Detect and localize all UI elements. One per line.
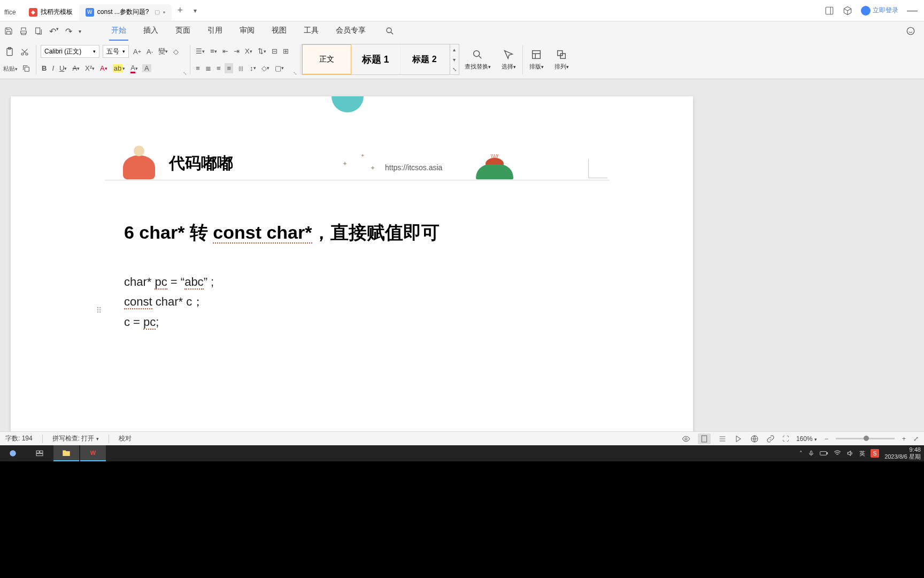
text-effect-button[interactable]: A▾	[99, 63, 109, 73]
tab-document-active[interactable]: W const ...参数问题? ▢ •	[79, 4, 172, 20]
qa-dropdown[interactable]: ▾	[79, 28, 81, 34]
expand-icon[interactable]: ⤢	[913, 435, 919, 443]
distribute-icon[interactable]: ⫼	[236, 63, 245, 73]
sort-icon[interactable]: ⇅▾	[257, 46, 267, 56]
word-count[interactable]: 字数: 194	[5, 434, 33, 443]
bullets-icon[interactable]: ☰▾	[195, 46, 206, 56]
drag-handle-icon[interactable]: ⠿	[96, 306, 101, 315]
indent-icon[interactable]: ⇥	[233, 46, 241, 56]
wps-taskbar-icon[interactable]: W	[80, 445, 106, 461]
line-spacing-icon[interactable]: ↕▾	[249, 63, 257, 73]
print-layout-icon[interactable]	[698, 434, 711, 444]
zoom-in-icon[interactable]: +	[902, 435, 906, 443]
align-center-icon[interactable]: ≣	[204, 63, 212, 73]
grow-font-icon[interactable]: A+	[132, 47, 142, 57]
redo-icon[interactable]: ↷	[65, 26, 72, 36]
shrink-font-icon[interactable]: A-	[145, 47, 154, 57]
sogou-ime-icon[interactable]: S	[871, 449, 879, 458]
char-scale-icon[interactable]: X▾	[244, 46, 253, 56]
tab-close-icon[interactable]: •	[163, 8, 166, 17]
outline-view-icon[interactable]	[718, 435, 727, 443]
align-right-icon[interactable]: ≡	[215, 63, 222, 73]
explorer-taskbar-icon[interactable]	[53, 445, 79, 461]
style-up-icon[interactable]: ▴	[450, 44, 459, 55]
new-tab-button[interactable]: +	[172, 5, 188, 16]
tab-office[interactable]: ffice	[0, 4, 22, 20]
underline-button[interactable]: U▾	[58, 63, 68, 73]
style-heading1[interactable]: 标题 1	[351, 44, 401, 74]
print-icon[interactable]	[19, 27, 28, 35]
change-case-icon[interactable]: 變▾	[157, 45, 169, 57]
zoom-level[interactable]: 160% ▾	[796, 435, 817, 443]
eye-icon[interactable]	[682, 435, 690, 443]
clock[interactable]: 9:48 2023/8/6 星期	[884, 446, 921, 460]
font-family-select[interactable]: Calibri (正文)▾	[41, 45, 99, 58]
para-launcher-icon[interactable]: ⤡	[293, 71, 299, 77]
tab-templates[interactable]: ◆ 找稻壳模板	[22, 4, 79, 20]
search-icon[interactable]	[385, 26, 395, 36]
cut-icon[interactable]	[19, 47, 30, 57]
menu-view[interactable]: 视图	[270, 21, 289, 41]
preview-icon[interactable]	[34, 27, 43, 35]
proofing-status[interactable]: 校对	[119, 434, 132, 443]
tray-chevron-icon[interactable]: ˄	[799, 450, 803, 457]
borders-icon[interactable]: ▢▾	[274, 63, 285, 73]
font-launcher-icon[interactable]: ⤡	[183, 71, 189, 77]
clear-format-icon[interactable]: ◇	[172, 47, 180, 57]
cube-icon[interactable]	[843, 6, 852, 16]
tab-ruler-icon[interactable]: ⊟	[271, 46, 279, 56]
outdent-icon[interactable]: ⇤	[221, 46, 229, 56]
arrange-button[interactable]: 排列▾	[549, 43, 574, 77]
menu-tools[interactable]: 工具	[302, 21, 321, 41]
superscript-button[interactable]: X²▾	[84, 63, 96, 73]
find-replace-button[interactable]: 查找替换▾	[459, 43, 496, 77]
shading-icon[interactable]: ◇▾	[260, 63, 271, 73]
italic-button[interactable]: I	[51, 63, 55, 73]
strike-button[interactable]: A▾	[71, 63, 81, 73]
ime-indicator[interactable]: 英	[859, 450, 865, 458]
new-tab-dropdown[interactable]: ▾	[188, 7, 202, 14]
tray-wifi-icon[interactable]	[834, 450, 841, 457]
menu-ref[interactable]: 引用	[205, 21, 225, 41]
numbering-icon[interactable]: ≡▾	[209, 46, 218, 56]
save-icon[interactable]	[4, 27, 13, 35]
spellcheck-status[interactable]: 拼写检查: 打开 ▾	[52, 434, 99, 443]
bold-button[interactable]: B	[41, 63, 48, 73]
font-color-button[interactable]: A▾	[129, 63, 139, 74]
menu-member[interactable]: 会员专享	[334, 21, 368, 41]
menu-review[interactable]: 审阅	[237, 21, 257, 41]
start-button[interactable]	[0, 445, 26, 461]
highlight-button[interactable]: ab▾	[112, 63, 126, 73]
layout-button[interactable]: 排版▾	[524, 43, 549, 77]
style-heading2[interactable]: 标题 2	[401, 44, 450, 74]
char-shading-button[interactable]: A	[142, 64, 151, 72]
document-body[interactable]: 6 char* 转 const char*，直接赋值即可 char* pc = …	[124, 220, 607, 332]
select-button[interactable]: 选择▾	[496, 43, 521, 77]
font-size-select[interactable]: 五号▾	[103, 45, 129, 58]
justify-icon[interactable]: ≡	[225, 63, 233, 73]
paste-icon[interactable]	[3, 45, 16, 58]
smile-icon[interactable]	[906, 26, 920, 36]
login-button[interactable]: 立即登录	[861, 6, 898, 16]
tab-window-icon[interactable]: ▢	[155, 9, 160, 16]
style-down-icon[interactable]: ▾	[450, 55, 459, 65]
link-icon[interactable]	[766, 435, 775, 443]
menu-page[interactable]: 页面	[173, 21, 192, 41]
zoom-slider[interactable]	[836, 438, 895, 439]
page[interactable]: 代码嘟嘟 ✦ ✦ ✦ https://itcsos.asia \\|// 6 c…	[11, 96, 693, 445]
fit-page-icon[interactable]: ⛶	[782, 435, 789, 443]
task-view-button[interactable]	[27, 445, 52, 461]
copy-icon[interactable]	[21, 63, 32, 74]
undo-icon[interactable]: ↶ ▾	[49, 26, 59, 36]
web-layout-icon[interactable]	[750, 435, 759, 443]
show-marks-icon[interactable]: ⊞	[282, 46, 290, 56]
reading-view-icon[interactable]	[734, 435, 743, 443]
style-more-icon[interactable]: ⤡	[450, 64, 459, 74]
tray-volume-icon[interactable]	[846, 450, 854, 457]
menu-insert[interactable]: 插入	[141, 21, 160, 41]
zoom-out-icon[interactable]: −	[825, 435, 828, 443]
minimize-button[interactable]: —	[907, 4, 918, 17]
tray-battery-icon[interactable]	[820, 450, 828, 457]
menu-start[interactable]: 开始	[109, 21, 128, 41]
style-normal[interactable]: 正文	[302, 44, 351, 74]
